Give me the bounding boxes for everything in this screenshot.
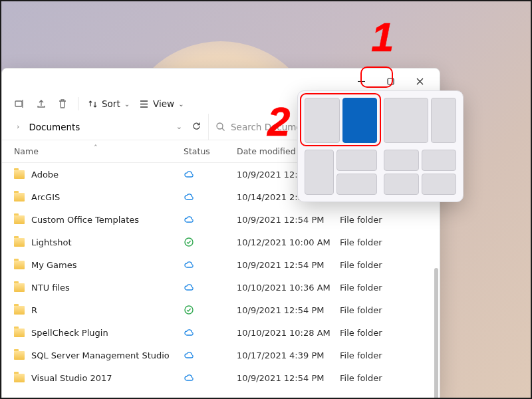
table-row[interactable]: Custom Office Templates10/9/2021 12:54 P…: [2, 208, 440, 231]
breadcrumb-dropdown-icon[interactable]: ⌄: [176, 122, 182, 131]
snap-zone[interactable]: [384, 150, 419, 171]
file-status: [184, 327, 237, 338]
file-status: [184, 282, 237, 293]
file-type: File folder: [340, 260, 420, 270]
snap-zone[interactable]: [384, 98, 428, 143]
table-row[interactable]: SQL Server Management Studio10/17/2021 4…: [2, 344, 440, 366]
column-header-name[interactable]: Name ˄: [14, 146, 184, 156]
folder-icon: [14, 238, 25, 247]
delete-icon[interactable]: [57, 98, 68, 110]
share-icon[interactable]: [35, 98, 47, 110]
file-name: My Games: [31, 260, 77, 270]
file-name: ArcGIS: [31, 192, 60, 202]
file-name: R: [31, 305, 37, 315]
file-type: File folder: [340, 328, 420, 338]
annotation-highlight-1: [360, 66, 393, 88]
folder-icon: [14, 351, 25, 360]
folder-icon: [14, 261, 25, 269]
file-name: SQL Server Management Studio: [31, 350, 170, 360]
svg-rect-1: [15, 101, 22, 106]
file-type: File folder: [340, 305, 420, 315]
table-row[interactable]: Visual Studio 201710/9/2021 12:54 PMFile…: [2, 366, 440, 389]
sort-label: Sort: [102, 98, 120, 109]
snap-zone[interactable]: [431, 98, 456, 143]
folder-icon: [14, 306, 25, 315]
table-row[interactable]: Lightshot10/12/2021 10:00 AMFile folder: [2, 231, 440, 253]
table-row[interactable]: SpellCheck Plugin10/10/2021 10:28 AMFile…: [2, 321, 440, 344]
file-date: 10/17/2021 4:39 PM: [237, 350, 340, 360]
file-type: File folder: [340, 350, 420, 360]
file-date: 10/9/2021 12:54 PM: [237, 305, 340, 315]
folder-icon: [14, 170, 25, 179]
sort-button[interactable]: Sort ⌄: [88, 98, 130, 109]
file-status: [184, 169, 237, 180]
snap-zone[interactable]: [384, 174, 419, 195]
file-status: [184, 259, 237, 270]
search-icon: [215, 122, 225, 132]
file-name: Adobe: [31, 170, 59, 180]
scrollbar-thumb[interactable]: [434, 268, 438, 399]
snap-zone[interactable]: [336, 174, 377, 195]
file-type: File folder: [340, 237, 420, 247]
file-status: [184, 214, 237, 225]
file-type: File folder: [340, 373, 420, 383]
file-date: 10/12/2021 10:00 AM: [237, 237, 340, 247]
snap-layout-one-plus-two[interactable]: [305, 150, 377, 195]
snap-zone[interactable]: [422, 150, 457, 171]
table-row[interactable]: My Games10/9/2021 12:54 PMFile folder: [2, 253, 440, 276]
folder-icon: [14, 374, 25, 382]
snap-zone[interactable]: [336, 150, 377, 171]
file-date: 10/9/2021 12:54 PM: [237, 373, 340, 383]
file-date: 10/9/2021 12:54 PM: [237, 215, 340, 225]
folder-icon: [14, 215, 25, 224]
refresh-button[interactable]: [192, 121, 201, 133]
file-status: [184, 305, 237, 315]
chevron-down-icon: ⌄: [124, 100, 130, 108]
breadcrumb-chevron-icon[interactable]: ›: [14, 122, 22, 131]
file-date: 10/9/2021 12:54 PM: [237, 260, 340, 270]
snap-layout-quad[interactable]: [384, 150, 456, 195]
snap-layout-split-two-thirds[interactable]: [384, 98, 456, 143]
annotation-highlight-2: [300, 93, 381, 146]
file-type: File folder: [340, 283, 420, 293]
view-button[interactable]: View ⌄: [139, 98, 184, 109]
table-row[interactable]: R10/9/2021 12:54 PMFile folder: [2, 299, 440, 321]
snap-zone[interactable]: [305, 150, 334, 195]
file-name: NTU files: [31, 283, 70, 293]
file-type: File folder: [340, 215, 420, 225]
file-status: [184, 192, 237, 202]
folder-icon: [14, 283, 25, 292]
file-name: Visual Studio 2017: [31, 373, 112, 383]
chevron-down-icon: ⌄: [178, 100, 184, 108]
file-date: 10/10/2021 10:36 AM: [237, 283, 340, 293]
folder-icon: [14, 193, 25, 201]
file-status: [184, 350, 237, 360]
rename-icon[interactable]: [14, 98, 26, 110]
annotation-number-1: 1: [371, 13, 394, 61]
separator: [78, 97, 78, 110]
folder-icon: [14, 329, 25, 337]
file-status: [184, 372, 237, 383]
snap-zone[interactable]: [422, 174, 457, 195]
file-name: SpellCheck Plugin: [31, 328, 108, 338]
file-name: Lightshot: [31, 237, 72, 247]
file-name: Custom Office Templates: [31, 215, 139, 225]
column-header-status[interactable]: Status: [184, 146, 237, 156]
file-date: 10/10/2021 10:28 AM: [237, 328, 340, 338]
table-row[interactable]: NTU files10/10/2021 10:36 AMFile folder: [2, 276, 440, 299]
svg-point-2: [217, 123, 223, 129]
sort-ascending-icon: ˄: [94, 144, 98, 152]
breadcrumb-current[interactable]: Documents: [29, 122, 80, 132]
view-label: View: [153, 98, 174, 109]
file-status: [184, 237, 237, 247]
annotation-number-2: 2: [267, 98, 290, 145]
close-button[interactable]: [405, 71, 434, 91]
